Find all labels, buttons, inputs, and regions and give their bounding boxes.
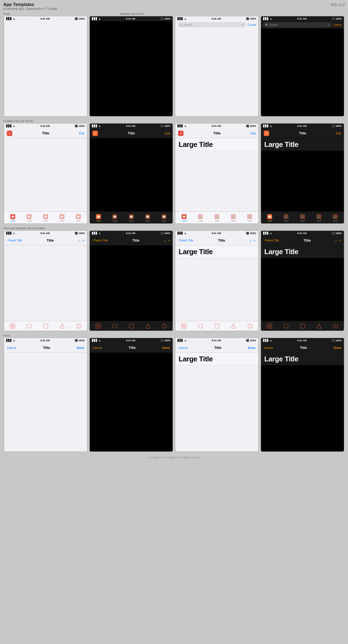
toolbar-icon-10-3[interactable] [128,323,134,329]
status-bar-9: ▋▋▋▲ 9:41 AM ⬛ 100% [4,231,87,236]
toolbar-svg-12-1 [267,323,272,329]
sheet-done-15[interactable]: Done [248,346,256,349]
batt-6: ⬛ 100% [160,125,170,127]
toolbar-icon-11-2[interactable] [197,323,203,329]
search-btn-9[interactable]: ⌕ [78,238,80,242]
tab-icon-8-5 [332,214,338,220]
toolbar-icon-12-2[interactable] [283,323,289,329]
toolbar-svg-10-3 [129,323,134,329]
search-btn-12[interactable]: ⌕ [335,238,337,242]
nav-add-btn-5[interactable]: + [7,131,12,136]
tab-item-6-5[interactable]: Label [156,214,172,222]
sheet-done-13[interactable]: Done [77,346,85,349]
nav-back-11[interactable]: ‹ Parent Title [178,239,193,242]
sheet-cancel-16[interactable]: Cancel [264,346,273,349]
add-btn-10[interactable]: + [168,238,170,242]
toolbar-svg-11-3 [214,323,220,329]
tab-item-7-1[interactable]: Label [176,214,192,222]
tab-item-5-4[interactable]: Label [54,214,70,222]
tab-item-6-1[interactable]: Label [90,214,107,222]
parent-title-11: Parent Title [179,239,193,242]
nav-add-btn-6[interactable]: + [92,131,98,136]
nav-back-12[interactable]: ‹ Parent Title [264,239,279,242]
tab-item-8-2[interactable]: Label [278,214,294,222]
nav-edit-6[interactable]: Edit [165,132,170,135]
section-row-sheet: ▋▋▋▲ 9:41 AM ⬛ 100% Cancel Title Done ▋▋… [0,338,348,454]
status-bar-5: ▋▋▋▲ 9:41 AM ⬛ 100% [4,124,87,128]
tab-item-8-5[interactable]: Label [327,214,343,222]
nav-back-9[interactable]: ‹ Parent Title [7,239,22,242]
section-label-sheet: Sheet [0,333,348,338]
tab-icon-5-5 [75,214,81,220]
toolbar-9 [4,321,87,331]
toolbar-icon-9-5[interactable] [76,323,82,329]
search-clear-light[interactable]: ✕ [242,24,244,26]
nav-add-btn-8[interactable]: + [264,131,269,136]
signal-15: ▋▋▋ [178,339,183,342]
toolbar-icon-11-1[interactable] [181,323,187,329]
toolbar-icon-9-2[interactable] [26,323,32,329]
tab-item-5-2[interactable]: Label [21,214,37,222]
tab-item-7-2[interactable]: Label [192,214,209,222]
add-btn-12[interactable]: + [339,238,341,242]
tab-item-7-4[interactable]: Label [225,214,241,222]
search-clear-dark[interactable]: ✕ [327,24,330,26]
add-btn-9[interactable]: + [82,238,84,242]
toolbar-icon-11-5[interactable] [247,323,253,329]
toolbar-icon-10-1[interactable] [95,323,101,329]
tab-item-7-3[interactable]: Label [209,214,225,222]
toolbar-icon-12-5[interactable] [333,323,339,329]
signal-icon-4: ▋▋▋ [263,17,269,20]
toolbar-icon-11-4[interactable] [231,323,237,329]
tab-label-8-1: Label [268,220,272,222]
toolbar-icon-12-4[interactable] [316,323,322,329]
toolbar-icon-10-5[interactable] [161,323,167,329]
toolbar-icon-9-3[interactable] [43,323,49,329]
tab-item-6-4[interactable]: Label [139,214,156,222]
nav-edit-5[interactable]: Edit [79,132,84,135]
sheet-cancel-15[interactable]: Cancel [178,346,187,349]
nav-title-9: Title [46,238,54,242]
search-cancel-light[interactable]: Cancel [248,23,256,26]
add-btn-11[interactable]: + [253,238,256,242]
signal-8: ▋▋▋ [263,125,269,127]
toolbar-icon-11-3[interactable] [214,323,220,329]
search-cancel-dark[interactable]: Cancel [333,23,342,26]
toolbar-icon-10-4[interactable] [145,323,151,329]
tab-item-7-5[interactable]: Label [241,214,258,222]
search-input-wrap-light[interactable]: 🔍 Search ✕ [178,22,246,27]
toolbar-icon-9-4[interactable] [59,323,65,329]
toolbar-icon-12-1[interactable] [266,323,272,329]
tab-item-5-5[interactable]: Label [70,214,86,222]
wifi-13: ▲ [13,339,15,342]
sheet-cancel-13[interactable]: Cancel [7,346,16,349]
nav-add-btn-7[interactable]: + [178,131,184,136]
nav-edit-7[interactable]: Edit [250,132,256,135]
sheet-done-14[interactable]: Done [163,346,170,349]
toolbar-icon-12-3[interactable] [300,323,306,329]
phone-child-light: ▋▋▋▲ 9:41 AM ⬛ 100% ‹ Parent Title Title… [4,231,87,331]
tab-label-8-2: Label [284,220,288,222]
parent-title-9: Parent Title [8,239,22,242]
tab-item-5-3[interactable]: Label [37,214,54,222]
toolbar-icon-9-1[interactable] [10,323,15,329]
search-placeholder-light: Search [184,23,241,26]
tab-item-6-2[interactable]: Label [107,214,123,222]
phone-body-2 [90,21,173,116]
parent-title-10: Parent Title [94,239,108,242]
tab-item-8-3[interactable]: Label [294,214,310,222]
search-btn-11[interactable]: ⌕ [250,238,252,242]
tab-item-6-3[interactable]: Label [123,214,139,222]
toolbar-icon-10-2[interactable] [112,323,118,329]
search-input-wrap-dark[interactable]: 🔍 Search ✕ [263,22,332,27]
wifi-14: ▲ [98,339,101,342]
nav-edit-8[interactable]: Edit [336,132,341,135]
nav-back-10[interactable]: ‹ Parent Title [92,239,108,242]
tab-item-8-1[interactable]: Label [262,214,278,222]
tab-item-5-1[interactable]: Label [5,214,21,222]
search-btn-10[interactable]: ⌕ [164,238,166,242]
phone-navtab-dark-large: ▋▋▋▲ 9:41 AM ⬛ 100% + Title Edit Large T… [261,123,344,224]
sheet-cancel-14[interactable]: Cancel [92,346,102,349]
tab-item-8-4[interactable]: Label [311,214,327,222]
sheet-done-16[interactable]: Done [334,346,341,349]
